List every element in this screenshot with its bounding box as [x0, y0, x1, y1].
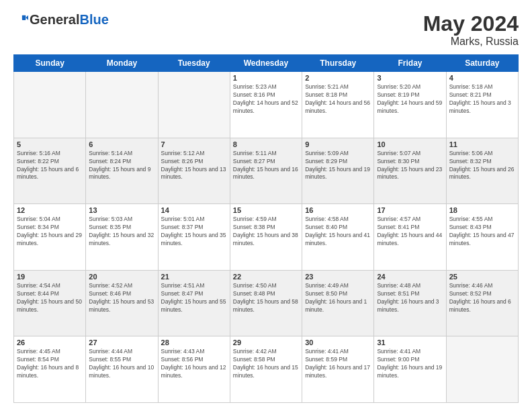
day-info: Sunrise: 5:09 AMSunset: 8:29 PMDaylight:… — [305, 150, 371, 182]
calendar-location: Marks, Russia — [423, 36, 519, 48]
calendar-cell: 18Sunrise: 4:55 AMSunset: 8:43 PMDayligh… — [446, 204, 518, 271]
day-info: Sunrise: 4:41 AMSunset: 8:59 PMDaylight:… — [305, 348, 371, 380]
day-number: 12 — [17, 206, 83, 214]
calendar-cell: 23Sunrise: 4:49 AMSunset: 8:50 PMDayligh… — [302, 270, 374, 336]
weekday-header-friday: Friday — [374, 55, 446, 72]
weekday-header-sunday: Sunday — [14, 55, 86, 72]
day-number: 13 — [89, 206, 154, 214]
day-info: Sunrise: 4:48 AMSunset: 8:51 PMDaylight:… — [377, 282, 443, 314]
day-number: 17 — [377, 206, 443, 214]
weekday-header-thursday: Thursday — [302, 55, 374, 72]
header: GeneralBlue May 2024 Marks, Russia — [13, 12, 519, 48]
day-number: 14 — [161, 206, 227, 214]
day-info: Sunrise: 4:52 AMSunset: 8:46 PMDaylight:… — [89, 282, 154, 314]
day-number: 6 — [89, 140, 154, 148]
calendar-cell: 9Sunrise: 5:09 AMSunset: 8:29 PMDaylight… — [302, 138, 374, 204]
calendar-cell: 21Sunrise: 4:51 AMSunset: 8:47 PMDayligh… — [158, 270, 230, 336]
day-number: 2 — [305, 74, 371, 82]
week-row-4: 19Sunrise: 4:54 AMSunset: 8:44 PMDayligh… — [14, 270, 519, 336]
calendar-cell — [158, 72, 230, 138]
week-row-2: 5Sunrise: 5:16 AMSunset: 8:22 PMDaylight… — [14, 138, 519, 204]
day-info: Sunrise: 4:41 AMSunset: 9:00 PMDaylight:… — [377, 348, 443, 380]
calendar-cell: 27Sunrise: 4:44 AMSunset: 8:55 PMDayligh… — [86, 336, 158, 403]
day-info: Sunrise: 4:57 AMSunset: 8:41 PMDaylight:… — [377, 216, 443, 248]
calendar-cell: 3Sunrise: 5:20 AMSunset: 8:19 PMDaylight… — [374, 72, 446, 138]
logo-general-text: General — [30, 12, 79, 28]
calendar-cell: 4Sunrise: 5:18 AMSunset: 8:21 PMDaylight… — [446, 72, 518, 138]
calendar-cell: 24Sunrise: 4:48 AMSunset: 8:51 PMDayligh… — [374, 270, 446, 336]
day-info: Sunrise: 4:55 AMSunset: 8:43 PMDaylight:… — [449, 216, 515, 248]
day-number: 30 — [305, 338, 371, 347]
calendar-cell: 13Sunrise: 5:03 AMSunset: 8:35 PMDayligh… — [86, 204, 158, 271]
calendar-cell: 1Sunrise: 5:23 AMSunset: 8:16 PMDaylight… — [230, 72, 302, 138]
day-info: Sunrise: 4:59 AMSunset: 8:38 PMDaylight:… — [233, 216, 299, 248]
day-info: Sunrise: 5:14 AMSunset: 8:24 PMDaylight:… — [89, 150, 154, 182]
day-number: 5 — [17, 140, 83, 148]
day-number: 18 — [449, 206, 515, 214]
day-info: Sunrise: 4:42 AMSunset: 8:58 PMDaylight:… — [233, 348, 299, 380]
day-number: 19 — [17, 273, 83, 281]
day-number: 27 — [89, 338, 154, 347]
day-info: Sunrise: 4:49 AMSunset: 8:50 PMDaylight:… — [305, 282, 371, 314]
day-number: 23 — [305, 273, 371, 281]
calendar-cell: 22Sunrise: 4:50 AMSunset: 8:48 PMDayligh… — [230, 270, 302, 336]
calendar-cell: 7Sunrise: 5:12 AMSunset: 8:26 PMDaylight… — [158, 138, 230, 204]
day-number: 29 — [233, 338, 299, 347]
day-info: Sunrise: 4:58 AMSunset: 8:40 PMDaylight:… — [305, 216, 371, 248]
day-info: Sunrise: 5:18 AMSunset: 8:21 PMDaylight:… — [449, 83, 515, 116]
calendar-cell: 5Sunrise: 5:16 AMSunset: 8:22 PMDaylight… — [14, 138, 86, 204]
calendar-cell: 15Sunrise: 4:59 AMSunset: 8:38 PMDayligh… — [230, 204, 302, 271]
weekday-header-wednesday: Wednesday — [230, 55, 302, 72]
week-row-5: 26Sunrise: 4:45 AMSunset: 8:54 PMDayligh… — [14, 336, 519, 403]
page: GeneralBlue May 2024 Marks, Russia Sunda… — [0, 0, 532, 411]
day-number: 25 — [449, 273, 515, 281]
title-block: May 2024 Marks, Russia — [423, 12, 519, 48]
calendar-cell: 31Sunrise: 4:41 AMSunset: 9:00 PMDayligh… — [374, 336, 446, 403]
calendar-cell: 20Sunrise: 4:52 AMSunset: 8:46 PMDayligh… — [86, 270, 158, 336]
svg-rect-0 — [13, 13, 28, 28]
day-info: Sunrise: 5:16 AMSunset: 8:22 PMDaylight:… — [17, 150, 83, 182]
calendar-table: SundayMondayTuesdayWednesdayThursdayFrid… — [13, 54, 519, 403]
day-number: 26 — [17, 338, 83, 347]
weekday-header-tuesday: Tuesday — [158, 55, 230, 72]
day-info: Sunrise: 4:51 AMSunset: 8:47 PMDaylight:… — [161, 282, 227, 314]
day-info: Sunrise: 5:20 AMSunset: 8:19 PMDaylight:… — [377, 83, 443, 116]
calendar-cell: 30Sunrise: 4:41 AMSunset: 8:59 PMDayligh… — [302, 336, 374, 403]
day-number: 28 — [161, 338, 227, 347]
calendar-cell: 2Sunrise: 5:21 AMSunset: 8:18 PMDaylight… — [302, 72, 374, 138]
day-number: 3 — [377, 74, 443, 82]
day-info: Sunrise: 4:46 AMSunset: 8:52 PMDaylight:… — [449, 282, 515, 314]
day-info: Sunrise: 4:50 AMSunset: 8:48 PMDaylight:… — [233, 282, 299, 314]
calendar-cell: 16Sunrise: 4:58 AMSunset: 8:40 PMDayligh… — [302, 204, 374, 271]
day-info: Sunrise: 5:01 AMSunset: 8:37 PMDaylight:… — [161, 216, 227, 248]
day-number: 16 — [305, 206, 371, 214]
logo-text: GeneralBlue — [13, 12, 109, 28]
calendar-cell: 28Sunrise: 4:43 AMSunset: 8:56 PMDayligh… — [158, 336, 230, 403]
calendar-cell — [14, 72, 86, 138]
calendar-cell — [86, 72, 158, 138]
day-info: Sunrise: 4:45 AMSunset: 8:54 PMDaylight:… — [17, 348, 83, 380]
svg-rect-1 — [22, 15, 26, 19]
logo-blue-text: Blue — [79, 12, 108, 28]
day-info: Sunrise: 4:44 AMSunset: 8:55 PMDaylight:… — [89, 348, 154, 380]
day-info: Sunrise: 5:07 AMSunset: 8:30 PMDaylight:… — [377, 150, 443, 182]
calendar-cell: 14Sunrise: 5:01 AMSunset: 8:37 PMDayligh… — [158, 204, 230, 271]
day-info: Sunrise: 5:11 AMSunset: 8:27 PMDaylight:… — [233, 150, 299, 182]
calendar-cell: 29Sunrise: 4:42 AMSunset: 8:58 PMDayligh… — [230, 336, 302, 403]
calendar-cell — [446, 336, 518, 403]
day-number: 20 — [89, 273, 154, 281]
day-number: 21 — [161, 273, 227, 281]
calendar-cell: 19Sunrise: 4:54 AMSunset: 8:44 PMDayligh… — [14, 270, 86, 336]
day-number: 22 — [233, 273, 299, 281]
logo-icon — [13, 13, 28, 28]
day-number: 9 — [305, 140, 371, 148]
calendar-cell: 6Sunrise: 5:14 AMSunset: 8:24 PMDaylight… — [86, 138, 158, 204]
calendar-cell: 25Sunrise: 4:46 AMSunset: 8:52 PMDayligh… — [446, 270, 518, 336]
calendar-cell: 26Sunrise: 4:45 AMSunset: 8:54 PMDayligh… — [14, 336, 86, 403]
day-info: Sunrise: 5:12 AMSunset: 8:26 PMDaylight:… — [161, 150, 227, 182]
day-number: 10 — [377, 140, 443, 148]
calendar-cell: 17Sunrise: 4:57 AMSunset: 8:41 PMDayligh… — [374, 204, 446, 271]
day-info: Sunrise: 5:23 AMSunset: 8:16 PMDaylight:… — [233, 83, 299, 116]
day-info: Sunrise: 5:03 AMSunset: 8:35 PMDaylight:… — [89, 216, 154, 248]
day-number: 15 — [233, 206, 299, 214]
